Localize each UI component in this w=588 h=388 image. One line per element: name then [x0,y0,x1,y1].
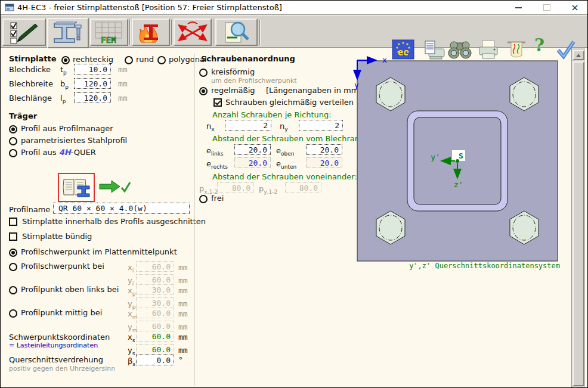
bolts-heading: Schraubenanordnung [201,54,295,63]
close-button[interactable]: × [562,1,588,14]
ausgeschnitten-label: Stirnplatte innerhalb des Profils ausges… [22,217,206,226]
blechlaenge-input[interactable]: 120.0 [74,92,111,103]
yp-symbol: yp [128,299,135,310]
xi-unit: mm [178,263,188,272]
obenlinks-radio[interactable] [9,286,17,294]
plate-shape-polygonal-radio[interactable] [157,56,166,64]
tab-loads[interactable] [174,18,212,46]
blechlaenge-symbol: lp [60,94,66,104]
blechbreite-input[interactable]: 120.0 [74,78,111,89]
eunten-output: 20.0 [306,157,342,168]
profilmanager-label: Profil aus Profilmanager [21,124,113,133]
erechts-symbol: erechts [206,159,228,170]
xp-symbol: xp [128,286,135,297]
steel-profile-icon [51,21,85,46]
blechlaenge-label: Blechlänge [9,94,52,103]
yp-unit: mm [178,299,188,308]
tab-fire-design[interactable] [132,18,170,46]
schwerpunkt-bei-label: Profilschwerpunkt bei [21,262,104,271]
checklist-pen-icon [8,20,41,44]
buendig-checkbox[interactable] [9,232,17,241]
toolbar-separator [171,20,172,45]
quer-radio[interactable] [9,149,17,157]
profilmanager-radio[interactable] [9,125,17,134]
title-bar: 4H-EC3 - freier Stirnplattenstoß [Positi… [1,1,587,15]
beta-input[interactable]: 0.0 [136,355,174,365]
tab-profile[interactable] [47,18,89,48]
tab-results-view[interactable] [215,18,258,46]
yi-symbol: yi [128,276,134,287]
load-arrows-icon [176,20,209,44]
beta-unit: ° [178,355,183,364]
maximize-button[interactable] [534,1,560,14]
regelmaessig-radio[interactable] [199,87,208,95]
xi-input: 60.0 [136,261,174,272]
axis-x-label: x [382,55,387,64]
toolbar: FEM [1,15,587,48]
kreisfoermig-label: kreisförmig [211,67,255,76]
blechdicke-input[interactable]: 10.0 [74,64,111,75]
nx-symbol: nx [206,122,215,132]
py-input: 80.0 [285,182,321,193]
lasteinleitung-note: = Lasteinleitungsordinaten [9,342,98,349]
anzahl-heading: Anzahl Schrauben je Richtung: [212,110,332,119]
axis-y-label: y [354,80,359,89]
eoben-input[interactable]: 20.0 [306,144,342,155]
cs-s-label: S [459,151,463,160]
mittig-radio[interactable] [9,309,17,318]
ys-symbol: ys [128,346,135,356]
frei-radio[interactable] [199,195,208,203]
scrollbar-thumb[interactable] [572,61,584,386]
parametrisiert-radio[interactable] [9,137,17,145]
frei-label: frei [211,194,224,203]
elinks-input[interactable]: 20.0 [234,144,271,155]
profilname-input[interactable]: QR 60 × 60 × 4.0(w) [53,203,190,214]
app-window: 4H-EC3 - freier Stirnplattenstoß [Positi… [0,0,588,388]
apply-profile-icon[interactable] [98,178,133,195]
tab-fem[interactable]: FEM [90,18,128,46]
fem-grid-icon: FEM [92,20,126,45]
plate-shape-rund-radio[interactable] [125,56,133,64]
scrollbar[interactable] [571,48,585,388]
document-magnifier-icon [219,20,254,45]
xm-input: 60.0 [136,308,174,318]
ausgeschnitten-checkbox[interactable] [9,218,17,226]
traeger-heading: Träger [9,111,37,120]
verteilen-checkbox[interactable] [213,98,222,107]
ny-input[interactable]: 2 [299,120,343,131]
kreisfoermig-radio[interactable] [199,69,208,77]
minimize-button[interactable] [505,1,531,14]
fire-beam-icon [134,20,168,45]
scrollbar-up-button[interactable] [572,50,584,60]
profilname-label: Profilname [9,205,50,214]
eoben-symbol: eoben [276,146,294,157]
plattenmittelpunkt-radio[interactable] [9,249,17,257]
ys-output: 60.0 [136,344,174,355]
profile-manager-button[interactable] [58,173,95,202]
nx-input[interactable]: 2 [225,120,271,131]
toolbar-separator [259,20,261,45]
maximize-icon [543,4,550,11]
cs-y-label: y' [431,153,440,162]
verteilen-label: Schrauben gleichmäßig verteilen [225,98,354,107]
eunten-symbol: eunten [276,159,296,170]
blechrand-heading: Abstand der Schrauben vom Blechrand: [212,134,367,143]
app-icon [5,3,14,13]
plattenmittelpunkt-label: Profilschwerpunkt im Plattenmittelpunkt [21,247,177,256]
schwerpunkt-bei-radio[interactable] [9,263,17,271]
blechbreite-symbol: bp [60,79,69,90]
tab-input-system[interactable] [2,18,46,46]
yp-input: 30.0 [136,297,174,308]
beta-symbol: βs [128,356,135,367]
xs-output: 60.0 [136,331,174,342]
px-symbol: px,1-2 [199,184,218,195]
elinks-symbol: elinks [206,146,224,157]
plate-shape-rechteckig-label: rechteckig [73,55,113,64]
blechdicke-symbol: tp [60,65,67,76]
erechts-output: 20.0 [234,157,271,168]
plate-shape-rechteckig-radio[interactable] [61,56,70,64]
blechdicke-label: Blechdicke [9,65,51,74]
quer-label: Profil aus 4H-QUER [21,148,96,157]
schwerpunkt-label: Schwerpunktskoordinaten [9,333,110,342]
xs-symbol: xs [128,333,135,343]
